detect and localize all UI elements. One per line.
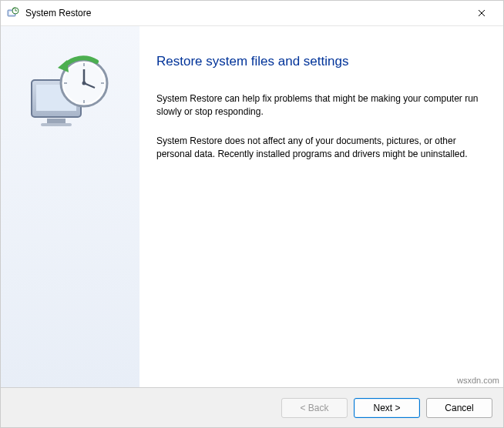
- svg-rect-7: [41, 123, 72, 126]
- close-button[interactable]: [466, 2, 497, 24]
- watermark-text: wsxdn.com: [457, 376, 499, 385]
- back-button: < Back: [281, 398, 348, 418]
- description-paragraph-1: System Restore can help fix problems tha…: [156, 92, 480, 119]
- titlebar: System Restore: [1, 1, 503, 25]
- svg-point-12: [82, 82, 86, 85]
- description-paragraph-2: System Restore does not affect any of yo…: [156, 135, 480, 162]
- close-icon: [478, 6, 486, 20]
- svg-marker-17: [58, 60, 69, 72]
- cancel-button[interactable]: Cancel: [426, 398, 492, 418]
- wizard-main-panel: Restore system files and settings System…: [139, 26, 503, 387]
- system-restore-app-icon: [7, 7, 19, 19]
- wizard-sidebar: [1, 26, 139, 387]
- system-restore-window: System Restore: [0, 0, 504, 428]
- next-button[interactable]: Next >: [354, 398, 420, 418]
- svg-rect-6: [47, 119, 66, 123]
- wizard-footer: < Back Next > Cancel: [1, 387, 503, 427]
- page-heading: Restore system files and settings: [156, 54, 480, 69]
- window-title: System Restore: [25, 8, 466, 18]
- restore-clock-illustration-icon: [24, 49, 116, 142]
- content-area: Restore system files and settings System…: [1, 25, 503, 387]
